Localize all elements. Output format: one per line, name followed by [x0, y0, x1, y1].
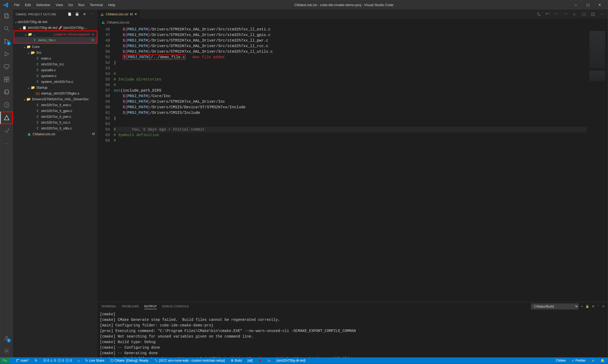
activity-settings[interactable] [0, 345, 13, 357]
activity-remote-explorer[interactable] [0, 60, 13, 73]
status-language[interactable]: CMake [555, 357, 567, 364]
status-target-all[interactable]: [all] [247, 357, 254, 364]
activity-github[interactable] [0, 86, 13, 98]
panel-maximize-icon[interactable]: ⌃ [597, 305, 599, 308]
split-icon[interactable] [590, 12, 596, 16]
minimap[interactable] [587, 26, 608, 302]
panel-tab-problems[interactable]: PROBLEMS [122, 304, 139, 309]
activity-timeline[interactable] [0, 98, 13, 111]
tree-dotdot-folder[interactable]: ⌄📁..Listed in virtual explorer ● [14, 31, 97, 37]
status-sync[interactable]: ↻ [34, 357, 38, 364]
compare-icon[interactable] [536, 12, 542, 16]
status-prettier[interactable]: ✓ Prettier [571, 357, 587, 364]
window-minimize[interactable]: ─ [570, 0, 582, 10]
activity-search[interactable] [0, 22, 13, 35]
menu-terminal[interactable]: Terminal [87, 0, 105, 10]
tree: ⌄stm32h735g-dk-led ⌄📋stm32h735g-dk-led 🚀… [13, 19, 97, 357]
status-cmake[interactable]: ⓘ CMake: [Debug]: Ready [109, 357, 149, 364]
tree-demo-file[interactable]: Cdemo_file.cU [14, 37, 97, 43]
output-body[interactable]: [cmake] [cmake] CMake Generate step fail… [98, 311, 608, 357]
svg-point-18 [539, 15, 540, 16]
activity-arrow[interactable] [0, 124, 13, 137]
panel-close-icon[interactable]: ✕ [602, 305, 605, 308]
status-launch-target[interactable]: [stm32h735g-dk-led] [275, 357, 306, 364]
output-channel-select[interactable]: CMake/Build [531, 303, 579, 309]
panel-tab-terminal[interactable]: TERMINAL [101, 304, 117, 309]
status-launch-icon[interactable]: ▷ [267, 357, 272, 364]
go-icon[interactable]: ↷ [563, 12, 569, 16]
activity-more[interactable]: ⋯ [0, 137, 13, 150]
svg-rect-12 [7, 77, 9, 79]
tree-file[interactable]: Cstm32h7xx_ll_gpio.c [13, 108, 97, 114]
tree-root[interactable]: ⌄stm32h735g-dk-led [13, 19, 97, 25]
activity-cmake[interactable] [0, 111, 13, 124]
tab-cmakelists[interactable]: CMakeLists.txt M ✕ [98, 10, 140, 19]
tree-file[interactable]: Csysmem.c [13, 73, 97, 79]
status-liveshare[interactable]: ↻ Live Share [84, 357, 105, 364]
tree-subproject[interactable]: ⌄📋stm32h735g-dk-led 🚀 [stm32h735g-... [13, 25, 97, 30]
sidebar-action-copy-icon[interactable]: ⧉ [82, 11, 87, 17]
more-icon[interactable]: ⋯ [599, 12, 605, 16]
tree-file[interactable]: Csyscalls.c [13, 67, 97, 73]
tree-src-folder[interactable]: ⌄📂Src [13, 50, 97, 55]
lock-icon[interactable]: 🔓 [585, 305, 589, 308]
status-bell-icon[interactable]: 🔔 [600, 357, 606, 364]
sidebar-action-more-icon[interactable]: ⋯ [89, 11, 95, 17]
menu-selection[interactable]: Selection [33, 0, 53, 10]
sidebar-action-save-icon[interactable]: 💾 [74, 11, 80, 17]
code-content[interactable]: ${PROJ_PATH}/Drivers/STM32H7xx_HAL_Drive… [114, 26, 587, 302]
tab-close-icon[interactable]: ✕ [134, 12, 137, 16]
activity-extensions[interactable] [0, 73, 13, 86]
svg-rect-10 [4, 80, 6, 82]
breadcrumb[interactable]: CMakeLists.txt [98, 19, 608, 26]
menu-edit[interactable]: Edit [22, 0, 33, 10]
status-debug-icon[interactable]: 🐞 [257, 357, 263, 364]
menu-go[interactable]: Go [66, 0, 76, 10]
svg-rect-9 [4, 77, 6, 79]
activity-run-debug[interactable] [0, 48, 13, 60]
menu-help[interactable]: Help [105, 0, 118, 10]
status-problems[interactable]: ⓧ 0 ⚠ 0 ⓘ 0 ⓘ 0 [42, 357, 73, 364]
clear-icon[interactable]: ⧉ [592, 305, 594, 308]
tree-file[interactable]: Cstm32h7xx_ll_pwr.c [13, 114, 97, 119]
window-maximize[interactable]: ▢ [582, 0, 594, 10]
activity-bar: 4 ⋯ 3 [0, 10, 13, 357]
svg-rect-7 [4, 65, 9, 68]
window-close[interactable]: ✕ [594, 0, 606, 10]
tree-drivers-folder[interactable]: ⌄📂Drivers\STM32H7xx_HAL_Driver\Src [13, 96, 97, 102]
run-icon[interactable]: ▷ [572, 12, 578, 16]
status-toolchain[interactable]: 🔧 [GCC arm-none-eabi - custom toolchain … [153, 357, 226, 364]
status-branch[interactable]: main* [15, 357, 30, 364]
menu-run[interactable]: Run [76, 0, 87, 10]
remote-indicator[interactable] [0, 357, 10, 364]
tab-status: M [130, 12, 133, 16]
tree-file[interactable]: Csystem_stm32h7xx.c [13, 79, 97, 84]
tree-startup-folder[interactable]: ⌄📁Startup [13, 84, 97, 90]
timeline-icon[interactable] [581, 12, 587, 16]
tree-core-folder[interactable]: ⌄📁Core [13, 44, 97, 50]
panel-tab-debugconsole[interactable]: DEBUG CONSOLE [162, 304, 189, 309]
panel-tab-output[interactable]: OUTPUT [144, 304, 157, 309]
line-gutter: 4647484950515253545556575859606162636465… [98, 26, 114, 302]
revert-icon[interactable]: ↶⁺ [545, 12, 551, 16]
status-home-icon[interactable]: ⌂ [77, 357, 81, 364]
status-build[interactable]: ⚙ Build [230, 357, 243, 364]
revert2-icon[interactable]: ↶⁻ [554, 12, 560, 16]
status-feedback-icon[interactable]: ☺ [591, 357, 596, 364]
tree-file[interactable]: Cstm32h7xx_it.c [13, 61, 97, 67]
menu-file[interactable]: File [11, 0, 22, 10]
menu-view[interactable]: View [53, 0, 66, 10]
sidebar-header: CMAKE: PROJECT OUTLINE 📄 💾 ⧉ ⋯ [13, 10, 97, 19]
tree-file[interactable]: Cstm32h7xx_ll_utils.c [13, 125, 97, 131]
activity-scm[interactable]: 4 [0, 35, 13, 48]
tree-cmakelists[interactable]: CMakeLists.txtM [13, 131, 97, 137]
tree-file[interactable]: Cstm32h7xx_ll_exti.c [13, 102, 97, 108]
svg-rect-11 [7, 80, 9, 82]
tree-file[interactable]: Cmain.c [13, 55, 97, 61]
tree-startup-file[interactable]: {s}startup_stm32h735igkx.s [13, 90, 97, 96]
activity-explorer[interactable] [0, 10, 13, 22]
filter-icon[interactable]: ≡ [581, 305, 583, 308]
sidebar-action-newfile-icon[interactable]: 📄 [67, 11, 73, 17]
activity-accounts[interactable]: 3 [0, 332, 13, 345]
tree-file[interactable]: Cstm32h7xx_ll_rcc.c [13, 119, 97, 125]
